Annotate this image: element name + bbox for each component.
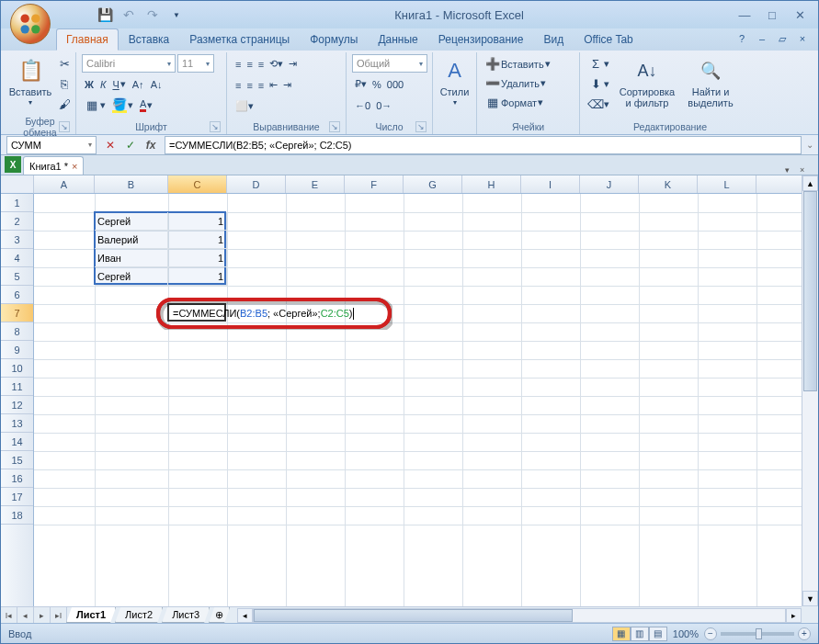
align-bottom-button[interactable]: ≡ xyxy=(256,54,267,73)
row-header[interactable]: 4 xyxy=(1,249,33,267)
tab-home[interactable]: Главная xyxy=(56,28,119,51)
align-top-button[interactable]: ≡ xyxy=(233,54,244,73)
column-header[interactable]: B xyxy=(95,175,168,193)
page-break-view-button[interactable]: ▤ xyxy=(649,627,667,641)
zoom-in-button[interactable]: + xyxy=(798,627,811,640)
column-header[interactable]: I xyxy=(521,175,580,193)
increase-decimal-button[interactable]: ←0 xyxy=(352,96,373,115)
cancel-formula-button[interactable]: ✕ xyxy=(100,136,120,154)
maximize-button[interactable]: □ xyxy=(759,6,785,24)
tab-data[interactable]: Данные xyxy=(368,28,427,51)
percent-button[interactable]: % xyxy=(370,74,384,94)
column-header[interactable]: L xyxy=(698,175,756,193)
cell[interactable]: Сергей xyxy=(95,267,168,286)
vertical-scrollbar[interactable]: ▲ ▼ xyxy=(802,175,818,606)
find-select-button[interactable]: 🔍 Найти и выделить xyxy=(682,54,739,108)
cell[interactable]: Сергей xyxy=(95,212,168,231)
cell[interactable]: Иван xyxy=(95,249,168,267)
row-header[interactable]: 7 xyxy=(1,304,33,322)
column-header[interactable]: J xyxy=(580,175,639,193)
font-size-combo[interactable]: 11▾ xyxy=(177,54,214,73)
formula-input[interactable]: =СУММЕСЛИ(B2:B5; «Сергей»; C2:C5) xyxy=(165,136,802,154)
doc-close-button[interactable]: × xyxy=(794,30,811,47)
doc-restore-button[interactable]: ▱ xyxy=(774,30,791,47)
sheet-tab[interactable]: Лист3 xyxy=(162,607,210,623)
expand-formula-bar-icon[interactable]: ⌄ xyxy=(802,140,818,150)
format-cells-button[interactable]: ▦Формат ▾ xyxy=(483,93,546,112)
cell[interactable]: Валерий xyxy=(95,231,168,249)
row-header[interactable]: 17 xyxy=(1,488,33,506)
scroll-up-icon[interactable]: ▲ xyxy=(802,175,818,191)
next-sheet-icon[interactable]: ▸ xyxy=(34,607,51,623)
scroll-down-icon[interactable]: ▼ xyxy=(802,591,818,606)
row-header[interactable]: 15 xyxy=(1,451,33,469)
font-launcher-icon[interactable]: ↘ xyxy=(210,121,221,132)
border-button[interactable]: ▦▾ xyxy=(82,96,108,115)
row-header[interactable]: 13 xyxy=(1,414,33,433)
office-button[interactable] xyxy=(10,4,51,44)
last-sheet-icon[interactable]: ▸I xyxy=(51,607,67,623)
currency-button[interactable]: ₽▾ xyxy=(352,74,370,94)
wrap-text-button[interactable]: ⇥ xyxy=(286,54,300,73)
copy-button[interactable]: ⎘ xyxy=(54,74,74,94)
cell[interactable]: 1 xyxy=(168,231,227,249)
paste-button[interactable]: 📋 Вставить ▾ xyxy=(10,54,51,107)
scroll-left-icon[interactable]: ◂ xyxy=(237,608,253,623)
vscroll-thumb[interactable] xyxy=(803,191,817,391)
merge-button[interactable]: ⬜▾ xyxy=(233,96,256,116)
horizontal-scrollbar[interactable]: ◂ ▸ xyxy=(237,607,802,623)
zoom-out-button[interactable]: − xyxy=(704,627,717,640)
row-header[interactable]: 6 xyxy=(1,286,33,304)
select-all-corner[interactable] xyxy=(1,175,34,194)
comma-button[interactable]: 000 xyxy=(384,74,406,94)
row-header[interactable]: 2 xyxy=(1,212,33,231)
help-icon[interactable]: ? xyxy=(734,30,750,47)
align-middle-button[interactable]: ≡ xyxy=(244,54,255,73)
column-header[interactable]: H xyxy=(462,175,521,193)
zoom-slider[interactable] xyxy=(721,632,794,636)
clear-button[interactable]: ⌫▾ xyxy=(586,95,612,114)
prev-sheet-icon[interactable]: ◂ xyxy=(17,607,34,623)
number-launcher-icon[interactable]: ↘ xyxy=(415,121,427,132)
italic-button[interactable]: К xyxy=(97,74,108,94)
insert-cells-button[interactable]: ➕Вставить ▾ xyxy=(483,54,553,73)
tab-insert[interactable]: Вставка xyxy=(119,28,180,51)
cell[interactable]: 1 xyxy=(168,249,227,267)
fill-color-button[interactable]: 🪣▾ xyxy=(109,96,136,115)
column-header[interactable]: D xyxy=(227,175,286,193)
row-header[interactable]: 8 xyxy=(1,322,33,341)
align-right-button[interactable]: ≡ xyxy=(256,75,267,95)
increase-indent-button[interactable]: ⇥ xyxy=(280,75,294,95)
name-box[interactable]: СУММ▾ xyxy=(6,136,97,154)
row-header[interactable]: 10 xyxy=(1,359,33,378)
cell[interactable]: 1 xyxy=(168,212,227,231)
align-center-button[interactable]: ≡ xyxy=(244,75,255,95)
cut-button[interactable]: ✂ xyxy=(54,54,74,73)
fill-button[interactable]: ⬇▾ xyxy=(586,74,612,94)
sort-filter-button[interactable]: A↓ Сортировка и фильтр xyxy=(616,54,678,108)
qat-customize-icon[interactable]: ▼ xyxy=(166,5,187,25)
doc-tabs-close-icon[interactable]: × xyxy=(800,165,813,175)
autosum-button[interactable]: Σ▾ xyxy=(586,54,612,73)
bold-button[interactable]: Ж xyxy=(82,74,97,94)
zoom-level[interactable]: 100% xyxy=(673,628,699,639)
decrease-indent-button[interactable]: ⇤ xyxy=(267,75,280,95)
column-header[interactable]: E xyxy=(286,175,345,193)
tab-view[interactable]: Вид xyxy=(533,28,574,51)
decrease-font-button[interactable]: A↓ xyxy=(148,74,165,94)
scroll-right-icon[interactable]: ▸ xyxy=(786,608,802,623)
decrease-decimal-button[interactable]: 0→ xyxy=(373,96,394,115)
save-icon[interactable]: 💾 xyxy=(95,5,115,25)
tab-pagelayout[interactable]: Разметка страницы xyxy=(179,28,300,51)
row-header[interactable]: 11 xyxy=(1,378,33,396)
row-header[interactable]: 14 xyxy=(1,433,33,451)
number-format-combo[interactable]: Общий▾ xyxy=(352,54,427,73)
underline-button[interactable]: Ч▾ xyxy=(109,74,128,94)
close-button[interactable]: ✕ xyxy=(787,6,813,24)
insert-function-button[interactable]: fx xyxy=(141,136,161,154)
align-left-button[interactable]: ≡ xyxy=(233,75,244,95)
column-header[interactable]: A xyxy=(34,175,95,193)
hscroll-thumb[interactable] xyxy=(254,609,573,622)
confirm-formula-button[interactable]: ✓ xyxy=(120,136,141,154)
redo-icon[interactable]: ↷ xyxy=(142,5,163,25)
